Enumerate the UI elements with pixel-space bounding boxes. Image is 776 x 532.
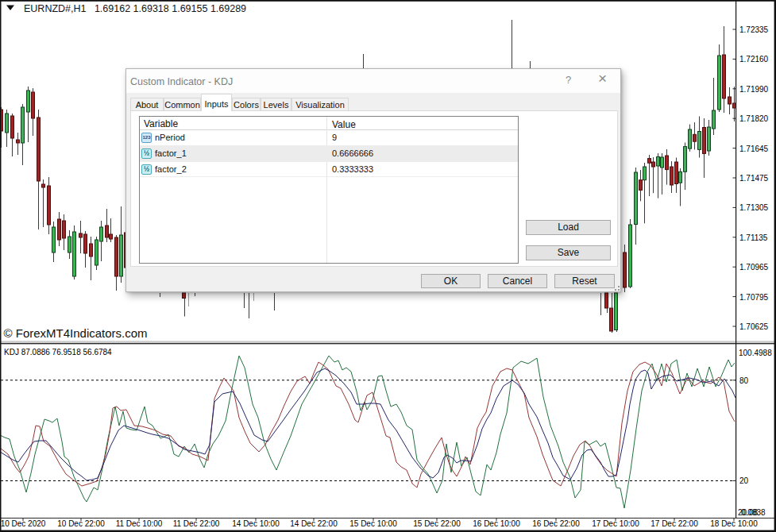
svg-text:© ForexMT4Indicators.com: © ForexMT4Indicators.com: [4, 326, 148, 340]
svg-text:KDJ 87.0886 76.9518 56.6784: KDJ 87.0886 76.9518 56.6784: [4, 348, 112, 357]
svg-text:16 Dec 22:00: 16 Dec 22:00: [532, 519, 580, 528]
svg-text:1.71645: 1.71645: [739, 145, 769, 153]
svg-text:1.71305: 1.71305: [739, 203, 769, 212]
svg-text:1.72335: 1.72335: [739, 25, 769, 34]
svg-text:1.72160: 1.72160: [739, 55, 769, 64]
svg-text:1.71475: 1.71475: [739, 174, 769, 183]
svg-text:10 Dec 22:00: 10 Dec 22:00: [57, 519, 105, 528]
svg-text:17 Dec 10:00: 17 Dec 10:00: [592, 519, 639, 528]
svg-text:1.70795: 1.70795: [739, 293, 769, 302]
svg-text:17 Dec 22:00: 17 Dec 22:00: [651, 519, 698, 528]
svg-text:100.4988: 100.4988: [739, 349, 772, 357]
svg-text:15 Dec 22:00: 15 Dec 22:00: [413, 519, 461, 528]
svg-text:1.71990: 1.71990: [739, 85, 769, 94]
svg-text:18 Dec 10:00: 18 Dec 10:00: [710, 519, 758, 528]
svg-text:14 Dec 22:00: 14 Dec 22:00: [290, 519, 338, 528]
svg-text:0.0838: 0.0838: [741, 508, 766, 517]
svg-text:16 Dec 10:00: 16 Dec 10:00: [473, 519, 520, 528]
svg-text:1.70625: 1.70625: [739, 322, 769, 331]
svg-text:11 Dec 22:00: 11 Dec 22:00: [173, 519, 220, 528]
svg-text:10 Dec 2020: 10 Dec 2020: [1, 519, 46, 528]
svg-text:EURNZD#,H1 1.69162 1.69318 1: EURNZD#,H1 1.69162 1.69318 1.69155 1.692…: [24, 3, 246, 14]
svg-text:14 Dec 10:00: 14 Dec 10:00: [232, 519, 280, 528]
svg-text:20: 20: [739, 476, 749, 485]
svg-text:15 Dec 10:00: 15 Dec 10:00: [349, 519, 397, 528]
svg-text:80: 80: [739, 376, 749, 385]
svg-text:1.71820: 1.71820: [739, 114, 769, 123]
svg-text:1.71135: 1.71135: [739, 233, 768, 242]
svg-text:1.70965: 1.70965: [739, 263, 769, 272]
svg-text:11 Dec 10:00: 11 Dec 10:00: [116, 519, 163, 528]
